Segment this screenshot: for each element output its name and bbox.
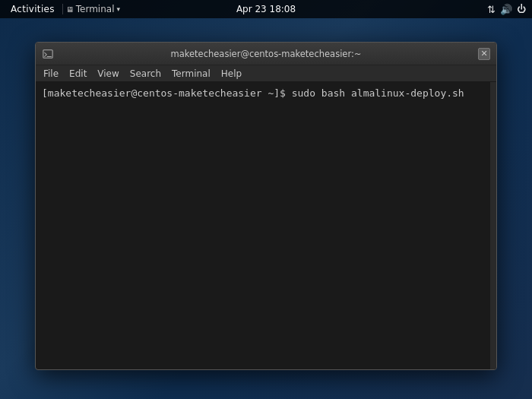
terminal-window-icon	[42, 48, 54, 60]
menu-file[interactable]: File	[39, 68, 63, 80]
activities-button[interactable]: Activities	[6, 0, 59, 18]
taskbar-terminal-icon: 🖥	[66, 5, 74, 14]
power-icon[interactable]: ⏻	[517, 4, 526, 14]
terminal-window: maketecheasier@centos-maketecheasier:~ ✕…	[35, 42, 497, 370]
terminal-scrollbar[interactable]	[490, 82, 496, 369]
terminal-close-button[interactable]: ✕	[478, 48, 490, 60]
terminal-titlebar: maketecheasier@centos-maketecheasier:~ ✕	[36, 43, 496, 65]
terminal-line-1: [maketecheasier@centos-maketecheasier ~]…	[42, 87, 490, 100]
terminal-content-wrapper[interactable]: [maketecheasier@centos-maketecheasier ~]…	[36, 82, 496, 369]
top-bar-left: Activities 🖥 Terminal ▾	[6, 0, 120, 18]
network-icon[interactable]: ⇅	[487, 4, 496, 15]
menu-view[interactable]: View	[93, 68, 123, 80]
terminal-title: maketecheasier@centos-maketecheasier:~	[171, 49, 362, 59]
desktop: Activities 🖥 Terminal ▾ Apr 23 18:08 ⇅ 🔊…	[0, 0, 532, 399]
top-bar-datetime: Apr 23 18:08	[236, 4, 296, 14]
menu-help[interactable]: Help	[217, 68, 246, 80]
terminal-taskbar-item[interactable]: 🖥 Terminal ▾	[66, 4, 120, 14]
terminal-menubar: File Edit View Search Terminal Help	[36, 65, 496, 82]
top-bar: Activities 🖥 Terminal ▾ Apr 23 18:08 ⇅ 🔊…	[0, 0, 532, 18]
volume-icon[interactable]: 🔊	[500, 4, 512, 15]
menu-terminal[interactable]: Terminal	[167, 68, 215, 80]
menu-edit[interactable]: Edit	[65, 68, 91, 80]
terminal-content[interactable]: [maketecheasier@centos-maketecheasier ~]…	[36, 82, 496, 105]
top-bar-right: ⇅ 🔊 ⏻	[487, 4, 526, 15]
taskbar-chevron: ▾	[116, 5, 120, 13]
separator	[62, 4, 63, 14]
menu-search[interactable]: Search	[125, 68, 166, 80]
taskbar-terminal-label: Terminal	[76, 4, 115, 14]
